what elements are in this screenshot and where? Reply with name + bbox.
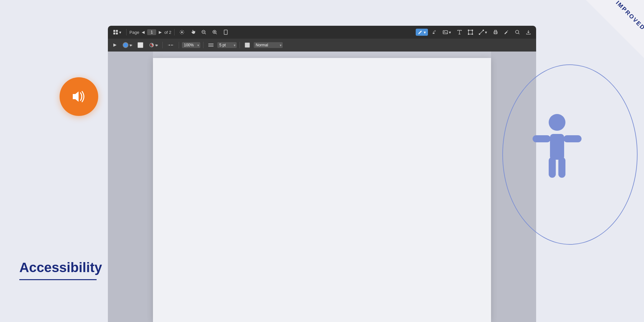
line-style-button[interactable] xyxy=(166,43,176,48)
fill-color-wrap: ▾ xyxy=(121,41,134,49)
improved-text: IMPROVED xyxy=(614,0,644,32)
zoom-select-wrap[interactable]: 50% 100% 150% 200% ▾ xyxy=(182,42,200,48)
accessibility-title: Accessibility xyxy=(19,260,102,275)
svg-rect-29 xyxy=(550,134,564,160)
accessibility-section: Accessibility xyxy=(19,260,102,280)
opacity-chevron: ▾ xyxy=(155,43,157,48)
svg-point-28 xyxy=(549,114,565,131)
pen-chevron: ▾ xyxy=(424,30,426,35)
blend-swatch-button[interactable] xyxy=(243,42,252,49)
opacity-wrap: ▾ xyxy=(147,42,159,49)
doc-left-panel xyxy=(108,52,153,322)
svg-point-20 xyxy=(516,30,519,33)
page-label: Page xyxy=(129,30,139,35)
zoom-select[interactable]: 50% 100% 150% 200% xyxy=(182,42,200,48)
svg-rect-30 xyxy=(533,135,551,142)
stroke-color-swatch xyxy=(137,42,143,48)
svg-rect-0 xyxy=(113,30,115,32)
highlight-button[interactable] xyxy=(430,29,439,36)
text-tool-button[interactable] xyxy=(455,29,464,36)
svg-rect-32 xyxy=(549,157,556,178)
blend-mode-wrap: Normal Multiply Screen Overlay ▾ xyxy=(254,42,283,48)
separator-3 xyxy=(162,42,163,48)
audio-button[interactable] xyxy=(60,77,98,116)
image-chevron: ▾ xyxy=(449,30,451,35)
line-chevron: ▾ xyxy=(485,30,487,35)
svg-rect-31 xyxy=(564,135,582,142)
page-canvas[interactable] xyxy=(153,58,491,322)
svg-rect-33 xyxy=(558,157,565,178)
svg-rect-1 xyxy=(116,30,118,32)
svg-point-12 xyxy=(472,30,473,31)
zoom-out-button[interactable] xyxy=(199,29,208,36)
svg-rect-3 xyxy=(116,33,118,34)
svg-rect-2 xyxy=(113,33,115,34)
document-area xyxy=(108,52,536,322)
separator-4 xyxy=(179,42,179,48)
grid-chevron: ▾ xyxy=(119,30,121,35)
separator-6 xyxy=(240,42,240,48)
zoom-in-button[interactable] xyxy=(210,29,219,36)
blend-swatch xyxy=(245,43,250,48)
fill-color-button[interactable]: ▾ xyxy=(121,41,134,49)
page-number-input[interactable] xyxy=(147,29,156,35)
image-button[interactable]: ▾ xyxy=(441,29,453,36)
svg-point-15 xyxy=(479,34,480,35)
resize-button[interactable] xyxy=(466,29,475,36)
accessibility-person-icon xyxy=(531,109,583,182)
search-button[interactable] xyxy=(513,29,522,36)
settings-button[interactable] xyxy=(177,29,186,36)
prev-page-button[interactable]: ◀ xyxy=(140,29,146,35)
blend-mode-select[interactable]: Normal Multiply Screen Overlay xyxy=(254,42,283,48)
svg-rect-7 xyxy=(224,30,227,34)
stroke-lines-button[interactable] xyxy=(206,42,215,48)
page-nav: Page ◀ ▶ of 2 xyxy=(129,29,171,35)
svg-point-19 xyxy=(497,32,497,33)
pen-tool-button[interactable]: ▾ xyxy=(416,29,428,36)
arrow-tool-button[interactable] xyxy=(111,42,119,48)
grid-view-button[interactable]: ▾ xyxy=(111,29,123,36)
stroke-pt-wrap: 1 pt 2 pt 5 pt 8 pt ▾ xyxy=(217,42,237,48)
hand-tool-button[interactable] xyxy=(188,29,197,36)
print-button[interactable] xyxy=(491,29,500,36)
line-tool-button[interactable]: ▾ xyxy=(477,29,489,36)
svg-point-16 xyxy=(483,30,484,31)
fill-color-circle xyxy=(123,42,128,48)
svg-point-4 xyxy=(181,32,183,33)
edit-button[interactable] xyxy=(502,29,511,36)
page-view-button[interactable] xyxy=(221,29,230,36)
separator-5 xyxy=(203,42,204,48)
stroke-pt-select[interactable]: 1 pt 2 pt 5 pt 8 pt xyxy=(217,42,237,48)
opacity-button[interactable]: ▾ xyxy=(147,42,159,49)
svg-point-11 xyxy=(468,30,469,31)
toolbar-row1: ▾ Page ◀ ▶ of 2 xyxy=(108,26,536,39)
svg-rect-10 xyxy=(469,30,472,34)
fill-chevron: ▾ xyxy=(129,43,132,48)
svg-point-13 xyxy=(468,34,469,35)
page-of-label: of 2 xyxy=(164,30,171,35)
toolbar-row2: ▾ ▾ 50% 100% 150% 200% xyxy=(108,39,536,52)
download-button[interactable] xyxy=(524,29,533,36)
next-page-button[interactable]: ▶ xyxy=(157,29,163,35)
svg-point-14 xyxy=(472,34,473,35)
separator-2 xyxy=(174,29,175,35)
accessibility-divider xyxy=(19,279,97,280)
improved-badge: IMPROVED xyxy=(586,0,644,58)
separator-1 xyxy=(126,29,127,35)
stroke-color-button[interactable] xyxy=(136,41,145,49)
